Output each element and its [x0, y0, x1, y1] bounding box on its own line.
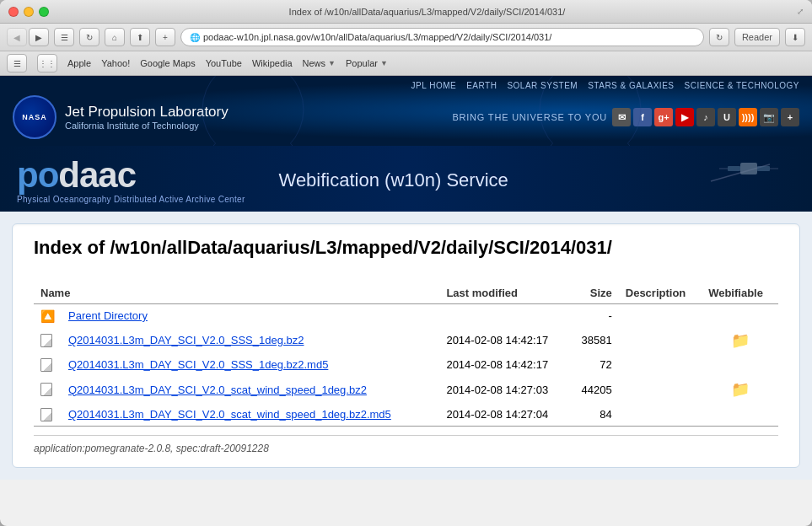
file-name-cell-2: Q2014031.L3m_DAY_SCI_V2.0_SSS_1deg.bz2.m… [62, 354, 439, 377]
grid-view-button[interactable]: ⋮⋮ [37, 54, 57, 72]
bookmark-popular[interactable]: Popular ▼ [346, 58, 388, 68]
facebook-social-icon[interactable]: f [633, 108, 652, 126]
parent-directory-link[interactable]: Parent Directory [68, 309, 148, 322]
bookmark-yahoo[interactable]: Yahoo! [101, 58, 130, 68]
ssl-button[interactable]: ↻ [709, 28, 729, 46]
bookmarks-button[interactable]: ☰ [54, 28, 74, 46]
music-social-icon[interactable]: ♪ [696, 108, 715, 126]
file-web-1: 📁 [702, 327, 778, 354]
bookmark-wikipedia[interactable]: Wikipedia [252, 58, 293, 68]
email-social-icon[interactable]: ✉ [612, 108, 631, 126]
close-button[interactable] [8, 7, 19, 17]
parent-folder-icon: 🔼 [40, 309, 55, 323]
social-icons: ✉ f g+ ▶ ♪ U )))) 📷 + [612, 108, 799, 126]
table-row: Q2014031.L3m_DAY_SCI_V2.0_scat_wind_spee… [34, 403, 778, 426]
page-title: Index of /w10n/allData/aquarius/L3/mappe… [34, 237, 778, 267]
nav-stars-galaxies[interactable]: STARS & GALAXIES [588, 81, 674, 90]
nav-solar-system[interactable]: SOLAR SYSTEM [507, 81, 578, 90]
bookmarks-bar: ☰ ⋮⋮ Apple Yahoo! Google Maps YouTube Wi… [0, 51, 812, 76]
um-social-icon[interactable]: U [718, 108, 736, 126]
podaac-subtitle: Physical Oceanography Distributed Active… [17, 195, 245, 204]
window-controls [8, 7, 49, 17]
bookmark-youtube[interactable]: YouTube [206, 58, 242, 68]
window-title: Index of /w10n/allData/aquarius/L3/mappe… [57, 7, 797, 17]
resize-icon: ⤢ [797, 7, 804, 16]
news-dropdown-arrow: ▼ [328, 59, 336, 67]
file-link-3[interactable]: Q2014031.L3m_DAY_SCI_V2.0_scat_wind_spee… [68, 384, 367, 396]
sidebar-toggle[interactable]: ☰ [7, 54, 27, 72]
url-bar[interactable]: 🌐 podaac-w10n.jpl.nasa.gov/w10n/allData/… [180, 28, 704, 46]
podaac-title-daac: daac [58, 155, 136, 195]
file-link-2[interactable]: Q2014031.L3m_DAY_SCI_V2.0_SSS_1deg.bz2.m… [68, 358, 328, 371]
popular-dropdown-arrow: ▼ [380, 59, 388, 67]
file-modified-2: 2014-02-08 14:42:17 [439, 354, 569, 377]
col-name: Name [34, 282, 439, 304]
youtube-social-icon[interactable]: ▶ [675, 108, 694, 126]
podaac-header: podaac Physical Oceanography Distributed… [0, 146, 812, 212]
file-name-cell-1: Q2014031.L3m_DAY_SCI_V2.0_SSS_1deg.bz2 [62, 327, 439, 354]
url-text: podaac-w10n.jpl.nasa.gov/w10n/allData/aq… [203, 32, 695, 42]
file-icon-cell-4 [34, 403, 62, 426]
bookmark-news[interactable]: News ▼ [303, 58, 336, 68]
table-row: Q2014031.L3m_DAY_SCI_V2.0_SSS_1deg.bz2 2… [34, 327, 778, 354]
reload-button[interactable]: ↻ [79, 28, 99, 46]
main-content: Index of /w10n/allData/aquarius/L3/mappe… [12, 223, 800, 468]
nav-earth[interactable]: EARTH [466, 81, 497, 90]
file-web-3: 📁 [702, 376, 778, 403]
share-button[interactable]: ⬆ [130, 28, 150, 46]
podaac-service: Webification (w10n) Service [279, 169, 508, 191]
file-icon-2 [40, 358, 52, 372]
file-icon-4 [40, 408, 52, 421]
home-button[interactable]: ⌂ [105, 28, 125, 46]
file-link-4[interactable]: Q2014031.L3m_DAY_SCI_V2.0_scat_wind_spee… [68, 408, 391, 421]
file-icon-1 [40, 334, 52, 347]
podaac-title: podaac [17, 158, 245, 193]
col-size: Size [569, 282, 619, 304]
googleplus-social-icon[interactable]: g+ [654, 108, 673, 126]
download-button[interactable]: ⬇ [785, 28, 805, 46]
file-desc-3 [619, 376, 702, 403]
nasa-header: JPL HOME EARTH SOLAR SYSTEM STARS & GALA… [0, 76, 812, 146]
nav-science-tech[interactable]: SCIENCE & TECHNOLOGY [684, 81, 799, 90]
podaac-title-po: po [17, 155, 58, 195]
camera-social-icon[interactable]: 📷 [760, 108, 778, 126]
new-tab-button[interactable]: + [155, 28, 175, 46]
file-web-2 [702, 354, 778, 377]
minimize-button[interactable] [24, 7, 34, 17]
more-social-icon[interactable]: + [781, 108, 799, 126]
file-modified-4: 2014-02-08 14:27:04 [439, 403, 569, 426]
bookmark-apple[interactable]: Apple [67, 58, 91, 68]
nav-buttons: ◀ ▶ [7, 28, 49, 46]
table-row: 🔼 Parent Directory - [34, 305, 778, 327]
nasa-meatball-logo[interactable]: NASA [13, 95, 56, 139]
nav-jpl-home[interactable]: JPL HOME [411, 81, 457, 90]
file-web-4 [702, 403, 778, 426]
svg-rect-1 [740, 163, 757, 174]
maximize-button[interactable] [39, 7, 49, 17]
parent-name-cell: Parent Directory [62, 305, 439, 327]
parent-web-cell [702, 305, 778, 327]
jpl-title: Jet Propulsion Laboratory [65, 104, 229, 121]
file-size-2: 72 [569, 354, 619, 377]
podaac-logo: podaac Physical Oceanography Distributed… [17, 158, 245, 204]
file-link-1[interactable]: Q2014031.L3m_DAY_SCI_V2.0_SSS_1deg.bz2 [68, 334, 304, 346]
webifiable-icon-3[interactable]: 📁 [731, 381, 750, 398]
content-wrapper: Index of /w10n/allData/aquarius/L3/mappe… [0, 212, 812, 480]
svg-rect-3 [757, 166, 770, 171]
reader-button[interactable]: Reader [734, 28, 780, 46]
nasa-main-row: NASA Jet Propulsion Laboratory Californi… [0, 92, 812, 146]
table-row: Q2014031.L3m_DAY_SCI_V2.0_scat_wind_spee… [34, 376, 778, 403]
file-desc-4 [619, 403, 702, 426]
bookmark-googlemaps[interactable]: Google Maps [140, 58, 195, 68]
file-size-4: 84 [569, 403, 619, 426]
back-button[interactable]: ◀ [7, 28, 27, 46]
file-icon-cell-1 [34, 327, 62, 354]
webifiable-icon-1[interactable]: 📁 [731, 332, 750, 349]
bring-universe-text: BRING THE UNIVERSE TO YOU [452, 112, 607, 122]
nasa-social-area: BRING THE UNIVERSE TO YOU ✉ f g+ ▶ ♪ U )… [452, 108, 799, 126]
title-bar: Index of /w10n/allData/aquarius/L3/mappe… [0, 0, 812, 24]
rss-social-icon[interactable]: )))) [739, 108, 757, 126]
forward-button[interactable]: ▶ [29, 28, 49, 46]
svg-rect-2 [728, 166, 740, 171]
parent-icon-cell: 🔼 [34, 305, 62, 327]
